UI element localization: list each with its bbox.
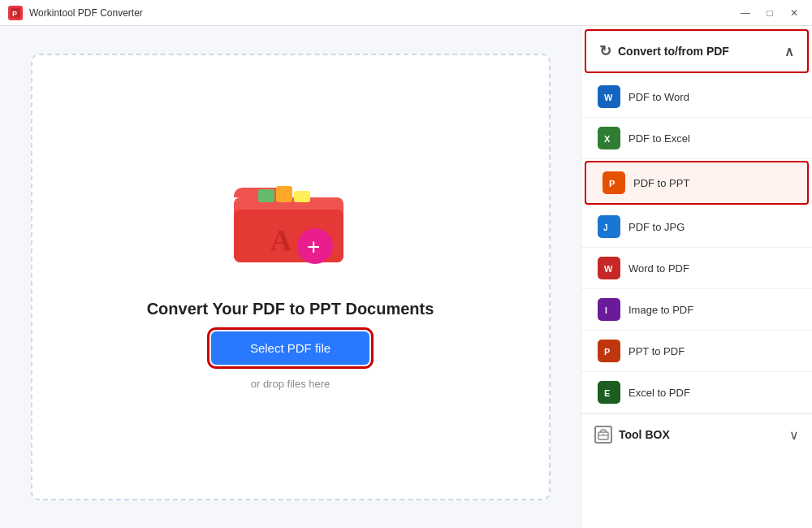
sidebar-item-pdf-to-word[interactable]: W PDF to Word xyxy=(581,76,812,118)
image-to-pdf-icon: I xyxy=(598,298,620,321)
image-to-pdf-label: Image to PDF xyxy=(628,304,693,316)
app-title: Workintool PDF Converter xyxy=(29,7,143,19)
svg-text:P: P xyxy=(604,347,610,357)
app-icon: P xyxy=(8,6,23,20)
svg-rect-5 xyxy=(276,186,292,202)
ppt-to-pdf-label: PPT to PDF xyxy=(628,345,685,357)
pdf-to-ppt-icon: P xyxy=(603,171,625,194)
svg-text:P: P xyxy=(12,10,17,18)
drop-text: or drop files here xyxy=(251,378,330,390)
excel-to-pdf-label: Excel to PDF xyxy=(628,387,690,399)
svg-text:+: + xyxy=(307,234,320,259)
maximize-button[interactable]: □ xyxy=(758,5,781,21)
toolbox-label: Tool BOX xyxy=(619,428,670,441)
upload-title: Convert Your PDF to PPT Documents xyxy=(147,300,434,318)
sidebar-item-image-to-pdf[interactable]: I Image to PDF xyxy=(581,289,812,331)
svg-rect-4 xyxy=(258,189,274,202)
svg-text:W: W xyxy=(604,93,613,102)
svg-text:X: X xyxy=(604,134,611,144)
toolbox-chevron-icon xyxy=(789,427,799,443)
excel-to-pdf-icon: E xyxy=(598,381,620,404)
pdf-to-jpg-label: PDF to JPG xyxy=(628,221,685,233)
ppt-to-pdf-icon: P xyxy=(598,340,620,362)
folder-illustration: A + xyxy=(226,165,356,279)
svg-text:J: J xyxy=(603,223,608,232)
convert-icon: ↻ xyxy=(599,42,611,60)
svg-text:E: E xyxy=(604,388,610,398)
titlebar-left: P Workintool PDF Converter xyxy=(8,6,143,20)
drop-zone[interactable]: A + Convert Your PDF to PPT Documents Se… xyxy=(31,54,551,500)
convert-section-header[interactable]: ↻ Convert to/from PDF xyxy=(585,29,809,73)
close-button[interactable]: ✕ xyxy=(783,5,806,21)
content-area: A + Convert Your PDF to PPT Documents Se… xyxy=(0,26,581,528)
titlebar: P Workintool PDF Converter — □ ✕ xyxy=(0,0,812,26)
sidebar-item-pdf-to-excel[interactable]: X PDF to Excel xyxy=(581,118,812,159)
svg-text:A: A xyxy=(270,224,292,257)
pdf-to-ppt-label: PDF to PPT xyxy=(633,177,689,189)
sidebar-item-pdf-to-ppt[interactable]: P PDF to PPT xyxy=(585,161,809,205)
minimize-button[interactable]: — xyxy=(734,5,757,21)
select-pdf-button[interactable]: Select PDF file xyxy=(211,331,369,365)
sidebar: ↻ Convert to/from PDF W PDF to Word X xyxy=(581,26,812,528)
word-to-pdf-icon: W xyxy=(598,257,620,279)
svg-text:W: W xyxy=(604,264,613,274)
toolbox-header-left: Tool BOX xyxy=(594,426,670,444)
main-layout: A + Convert Your PDF to PPT Documents Se… xyxy=(0,26,812,528)
pdf-to-word-icon: W xyxy=(598,85,620,108)
toolbox-header[interactable]: Tool BOX xyxy=(581,413,812,455)
pdf-to-word-label: PDF to Word xyxy=(628,91,689,103)
sidebar-item-excel-to-pdf[interactable]: E Excel to PDF xyxy=(581,372,812,413)
sidebar-item-pdf-to-jpg[interactable]: J PDF to JPG xyxy=(581,206,812,248)
toolbox-icon xyxy=(594,426,612,444)
sidebar-item-ppt-to-pdf[interactable]: P PPT to PDF xyxy=(581,331,812,372)
pdf-to-jpg-icon: J xyxy=(598,215,620,238)
pdf-to-excel-label: PDF to Excel xyxy=(628,132,690,145)
svg-text:P: P xyxy=(609,179,615,188)
svg-rect-20 xyxy=(602,302,616,317)
sidebar-item-word-to-pdf[interactable]: W Word to PDF xyxy=(581,248,812,289)
convert-section-label: Convert to/from PDF xyxy=(618,45,729,58)
word-to-pdf-label: Word to PDF xyxy=(628,262,689,275)
svg-rect-6 xyxy=(294,191,310,202)
pdf-to-excel-icon: X xyxy=(598,127,620,149)
window-controls: — □ ✕ xyxy=(734,5,806,21)
svg-text:I: I xyxy=(605,306,607,315)
convert-header-left: ↻ Convert to/from PDF xyxy=(599,42,729,60)
convert-chevron-icon xyxy=(784,44,794,59)
